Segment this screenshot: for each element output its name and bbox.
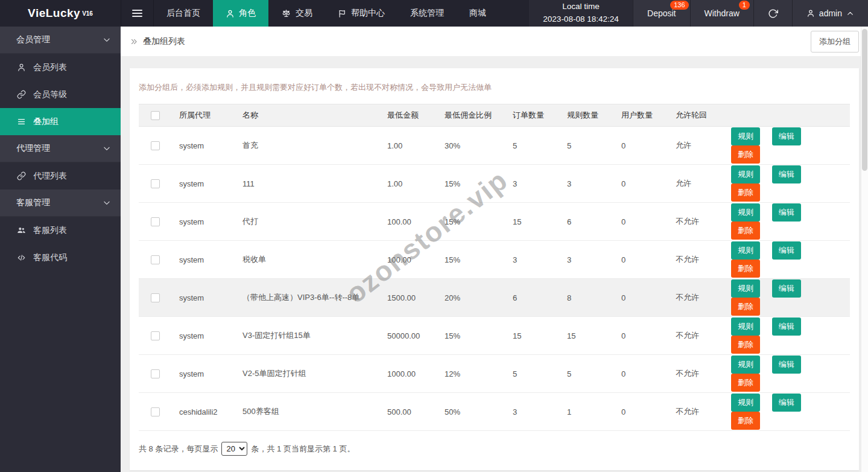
sidebar-group-member[interactable]: 会员管理 bbox=[0, 27, 121, 54]
cell-agent: system bbox=[172, 317, 235, 355]
col-header-allow-loop: 允许轮回 bbox=[668, 104, 724, 127]
person-icon bbox=[226, 9, 235, 18]
double-chevron-icon bbox=[130, 37, 138, 46]
row-checkbox[interactable] bbox=[151, 141, 160, 150]
delete-button[interactable]: 删除 bbox=[731, 412, 760, 430]
cell-min-amount: 500.00 bbox=[380, 393, 437, 431]
page-size-select[interactable]: 20 bbox=[221, 442, 247, 456]
cell-min-commission: 30% bbox=[437, 127, 505, 165]
cell-user-count: 0 bbox=[614, 317, 668, 355]
rule-button[interactable]: 规则 bbox=[731, 317, 760, 336]
main-area: 叠加组列表 添加分组 添加分组后，必须添加规则，并且规则需要对应好订单个数，若出… bbox=[121, 27, 868, 472]
sidebar-item-service-code[interactable]: 客服代码 bbox=[0, 244, 121, 271]
cell-name: 111 bbox=[235, 165, 380, 203]
withdraw-label: Withdraw bbox=[705, 8, 740, 18]
cell-min-amount: 100.00 bbox=[380, 241, 437, 279]
cell-min-amount: 1.00 bbox=[380, 165, 437, 203]
cell-name: V2-5单固定打针组 bbox=[235, 355, 380, 393]
local-time-value: 2023-08-08 18:42:24 bbox=[543, 13, 618, 26]
row-checkbox[interactable] bbox=[151, 255, 160, 264]
edit-button[interactable]: 编辑 bbox=[772, 394, 801, 412]
delete-button[interactable]: 删除 bbox=[731, 183, 760, 202]
delete-button[interactable]: 删除 bbox=[731, 374, 760, 392]
cell-name: 代打 bbox=[235, 203, 380, 241]
refresh-button[interactable] bbox=[753, 0, 792, 27]
page-title: 叠加组列表 bbox=[143, 36, 185, 47]
delete-button[interactable]: 删除 bbox=[731, 336, 760, 354]
add-group-button[interactable]: 添加分组 bbox=[811, 31, 859, 53]
row-checkbox[interactable] bbox=[151, 369, 160, 378]
rule-button[interactable]: 规则 bbox=[731, 127, 760, 145]
sidebar-toggle-button[interactable] bbox=[121, 0, 154, 27]
rule-button[interactable]: 规则 bbox=[731, 241, 760, 260]
cell-rule-count: 3 bbox=[560, 165, 614, 203]
sidebar-item-stack-group[interactable]: 叠加组 bbox=[0, 108, 121, 135]
vertical-scrollbar[interactable] bbox=[861, 27, 868, 472]
cell-agent: system bbox=[172, 241, 235, 279]
delete-button[interactable]: 删除 bbox=[731, 145, 760, 164]
cell-min-amount: 1.00 bbox=[380, 127, 437, 165]
col-header-rule-count: 规则数量 bbox=[560, 104, 614, 127]
cell-order-count: 5 bbox=[505, 355, 560, 393]
cell-rule-count: 15 bbox=[560, 317, 614, 355]
nav-item-home[interactable]: 后台首页 bbox=[154, 0, 213, 27]
nav-item-system[interactable]: 系统管理 bbox=[398, 0, 457, 27]
rule-button[interactable]: 规则 bbox=[731, 356, 760, 374]
rule-button[interactable]: 规则 bbox=[731, 165, 760, 183]
rule-button[interactable]: 规则 bbox=[731, 394, 760, 412]
cell-allow-loop: 允许 bbox=[668, 165, 724, 203]
edit-button[interactable]: 编辑 bbox=[772, 127, 801, 145]
row-checkbox[interactable] bbox=[151, 407, 160, 416]
scrollbar-thumb[interactable] bbox=[862, 29, 867, 171]
row-checkbox[interactable] bbox=[151, 331, 160, 340]
row-checkbox[interactable] bbox=[151, 179, 160, 188]
edit-button[interactable]: 编辑 bbox=[772, 279, 801, 298]
rule-button[interactable]: 规则 bbox=[731, 203, 760, 222]
sidebar-item-agent-list[interactable]: 代理列表 bbox=[0, 162, 121, 190]
select-all-checkbox[interactable] bbox=[151, 111, 160, 120]
pagination-text-after: 条，共 1 页当前显示第 1 页。 bbox=[251, 444, 355, 454]
link-icon bbox=[16, 171, 27, 180]
nav-item-mall[interactable]: 商城 bbox=[457, 0, 499, 27]
nav-item-mall-label: 商城 bbox=[469, 8, 486, 19]
nav-item-help[interactable]: 帮助中心 bbox=[325, 0, 398, 27]
withdraw-button[interactable]: Withdraw 1 bbox=[690, 0, 753, 27]
sidebar-group-agent[interactable]: 代理管理 bbox=[0, 135, 121, 162]
delete-button[interactable]: 删除 bbox=[731, 298, 760, 316]
sidebar-group-service[interactable]: 客服管理 bbox=[0, 190, 121, 217]
breadcrumb: 叠加组列表 bbox=[130, 36, 185, 47]
cell-agent: ceshidalili2 bbox=[172, 393, 235, 431]
cell-agent: system bbox=[172, 279, 235, 317]
sidebar-item-member-list[interactable]: 会员列表 bbox=[0, 54, 121, 81]
user-menu[interactable]: admin bbox=[792, 0, 868, 27]
stack-group-card: 添加分组后，必须添加规则，并且规则需要对应好订单个数，若出现不对称情况，会导致用… bbox=[130, 68, 859, 470]
top-navbar: VieLucky V16 后台首页 角色 交易 帮助中心 系统管理 商城 Loc… bbox=[0, 0, 868, 27]
deposit-button[interactable]: Deposit 136 bbox=[633, 0, 689, 27]
row-checkbox[interactable] bbox=[151, 293, 160, 302]
cell-name: （带他上高速）VIP3-6单--转--8单 bbox=[235, 279, 380, 317]
sidebar-item-member-level[interactable]: 会员等级 bbox=[0, 81, 121, 108]
col-header-min-commission: 最低佣金比例 bbox=[437, 104, 505, 127]
edit-button[interactable]: 编辑 bbox=[772, 241, 801, 260]
cell-order-count: 15 bbox=[505, 203, 560, 241]
chevron-down-icon bbox=[103, 199, 111, 207]
cell-user-count: 0 bbox=[614, 165, 668, 203]
app-logo: VieLucky V16 bbox=[0, 0, 121, 27]
edit-button[interactable]: 编辑 bbox=[772, 165, 801, 183]
rule-button[interactable]: 规则 bbox=[731, 279, 760, 298]
sidebar-item-service-list[interactable]: 客服列表 bbox=[0, 217, 121, 244]
edit-button[interactable]: 编辑 bbox=[772, 356, 801, 374]
delete-button[interactable]: 删除 bbox=[731, 260, 760, 278]
edit-button[interactable]: 编辑 bbox=[772, 317, 801, 336]
withdraw-badge: 1 bbox=[739, 1, 750, 10]
nav-item-trade-label: 交易 bbox=[296, 8, 312, 19]
delete-button[interactable]: 删除 bbox=[731, 222, 760, 240]
nav-item-role[interactable]: 角色 bbox=[213, 0, 268, 27]
pagination-text-before: 共 8 条记录，每页显示 bbox=[139, 444, 218, 454]
cell-min-amount: 1000.00 bbox=[380, 355, 437, 393]
nav-item-trade[interactable]: 交易 bbox=[268, 0, 325, 27]
sidebar: 会员管理 会员列表 会员等级 叠加组 代理管理 代理列表 客服管理 客服列表 客… bbox=[0, 27, 121, 472]
row-checkbox[interactable] bbox=[151, 217, 160, 226]
link-icon bbox=[16, 90, 27, 99]
edit-button[interactable]: 编辑 bbox=[772, 203, 801, 222]
